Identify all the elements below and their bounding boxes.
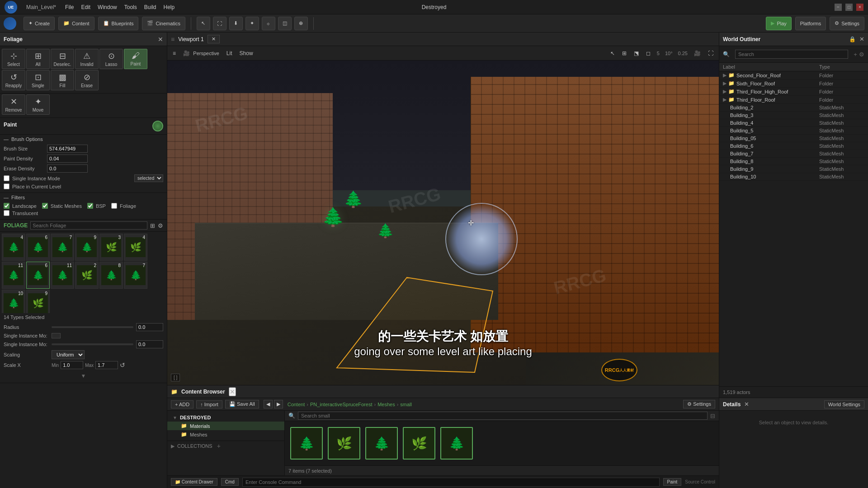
tool-move[interactable]: ✦ Move (26, 94, 50, 115)
wo-item-third-high[interactable]: ▶ 📁 Third_Floor_High_Roof Folder (719, 88, 868, 96)
transform-tool-2[interactable]: ⛶ (213, 17, 226, 30)
add-collection-button[interactable]: + (217, 442, 221, 450)
foliage-item-3[interactable]: 🌲 9 (75, 234, 99, 261)
cb-tree-meshes[interactable]: 📁 Meshes (167, 430, 284, 439)
lit-button[interactable]: Lit (224, 49, 235, 58)
cb-settings-button[interactable]: ⚙ Settings (683, 400, 715, 408)
blueprints-button[interactable]: 📋 Blueprints (98, 17, 139, 30)
vp-tool-2[interactable]: ⊞ (619, 49, 629, 58)
nav-back-button[interactable]: ◀ (264, 400, 273, 408)
scale-x-min-input[interactable] (61, 361, 83, 369)
vp-tool-3[interactable]: ⬔ (631, 49, 642, 58)
viewport-close-button[interactable]: ✕ (208, 35, 220, 43)
cb-tree-materials[interactable]: 📁 Materials (167, 422, 284, 430)
transform-tool-1[interactable]: ↖ (197, 17, 210, 30)
filter-foliage[interactable] (111, 203, 117, 209)
camera-settings-button[interactable]: 🎥 (691, 49, 703, 58)
world-settings-button[interactable]: World Settings (824, 400, 864, 408)
selected-dropdown[interactable]: selected (134, 174, 163, 182)
console-input[interactable] (242, 478, 660, 487)
transform-tool-4[interactable]: ✦ (245, 17, 259, 30)
foliage-item-7[interactable]: 🌲 6 (26, 262, 50, 289)
foliage-item-12[interactable]: 🌲 10 (2, 290, 25, 313)
maximize-viewport-button[interactable]: ⛶ (705, 49, 716, 58)
menu-build[interactable]: Build (144, 4, 156, 10)
tool-reapply[interactable]: ↺ Reapply (2, 70, 25, 90)
wo-item-building3[interactable]: Building_3 StaticMesh (719, 112, 868, 119)
tool-deselect[interactable]: ⊟ Deselec. (51, 49, 74, 69)
wo-add-button[interactable]: + (854, 51, 857, 58)
details-close-button[interactable]: ✕ (744, 401, 749, 408)
wo-lock-button[interactable]: 🔒 (849, 36, 856, 42)
foliage-item-13[interactable]: 🌿 9 (26, 290, 50, 313)
tool-paint[interactable]: 🖌 Paint (124, 49, 147, 69)
transform-tool-6[interactable]: ◫ (278, 17, 292, 30)
tool-erase[interactable]: ⊘ Erase (75, 70, 99, 90)
play-button[interactable]: ▶ Play (766, 17, 791, 30)
tool-all[interactable]: ⊞ All (26, 49, 50, 69)
foliage-grid-button[interactable]: ⊞ (150, 222, 155, 229)
wo-item-second-floor[interactable]: ▶ 📁 Second_Floor_Roof Folder (719, 71, 868, 80)
tool-remove[interactable]: ✕ Remove (2, 94, 25, 115)
foliage-scroll-area[interactable]: Paint — Brush Options Brush Size Paint D… (0, 118, 167, 488)
wo-item-building6[interactable]: Building_6 StaticMesh (719, 142, 868, 150)
file-item-0[interactable]: 🌲 (288, 427, 325, 460)
wo-item-building8[interactable]: Building_8 StaticMesh (719, 158, 868, 165)
wo-close-button[interactable]: ✕ (859, 36, 864, 42)
wo-item-third-roof[interactable]: ▶ 📁 Third_Floor_Roof Folder (719, 96, 868, 104)
platforms-button[interactable]: Platforms (795, 17, 826, 30)
transform-tool-5[interactable]: ⟐ (262, 17, 275, 30)
hamburger-menu-button[interactable]: ≡ (170, 49, 179, 58)
wo-item-building5[interactable]: Building_5 StaticMesh (719, 127, 868, 135)
filter-static-meshes[interactable] (42, 203, 48, 209)
cmd-button[interactable]: Cmd (221, 478, 239, 486)
scaling-select[interactable]: Uniform Free LockXY (52, 350, 85, 359)
cb-filter-button[interactable]: ⊟ (710, 413, 715, 419)
foliage-item-6[interactable]: 🌲 11 (2, 262, 25, 289)
cinematics-button[interactable]: 🎬 Cinematics (142, 17, 185, 30)
filter-landscape[interactable] (4, 203, 9, 209)
foliage-item-2[interactable]: 🌲 7 (51, 234, 74, 261)
minimize-button[interactable]: − (835, 4, 842, 11)
menu-tools[interactable]: Tools (124, 4, 137, 10)
close-button[interactable]: × (856, 4, 863, 11)
content-drawer-button[interactable]: 📁 Content Drawer (171, 478, 217, 486)
vp-tool-1[interactable]: ↖ (608, 49, 618, 58)
file-item-3[interactable]: 🌿 (401, 427, 437, 460)
maximize-button[interactable]: □ (845, 4, 853, 11)
add-button[interactable]: + ADD (171, 400, 193, 408)
viewport-canvas[interactable]: 🌲 🌲 🌲 ✛ 的一些关卡艺术 如放置 going over some leve… (167, 61, 719, 385)
wo-item-building7[interactable]: Building_7 StaticMesh (719, 150, 868, 158)
menu-file[interactable]: File (65, 4, 74, 10)
brush-size-input[interactable] (47, 145, 88, 153)
transform-tool-7[interactable]: ⊕ (294, 17, 308, 30)
foliage-item-0[interactable]: 🌲 4 (2, 234, 25, 261)
wo-settings-button[interactable]: ⚙ (859, 51, 864, 58)
expand-settings-button[interactable]: ▼ (4, 371, 163, 381)
wo-item-building10[interactable]: Building_10 StaticMesh (719, 173, 868, 181)
import-button[interactable]: ↑ Import (196, 400, 222, 408)
menu-help[interactable]: Help (163, 4, 175, 10)
cb-search-input[interactable] (298, 412, 708, 420)
paint-density-input[interactable] (47, 155, 88, 163)
menu-edit[interactable]: Edit (81, 4, 90, 10)
wo-search-input[interactable] (735, 50, 848, 59)
menu-window[interactable]: Window (98, 4, 117, 10)
foliage-item-5[interactable]: 🌿 4 (124, 234, 147, 261)
wo-item-building2[interactable]: Building_2 StaticMesh (719, 104, 868, 112)
foliage-close-button[interactable]: ✕ (158, 36, 163, 43)
foliage-item-10[interactable]: 🌲 8 (99, 262, 123, 289)
foliage-item-11[interactable]: 🌲 7 (124, 262, 147, 289)
wo-item-building9[interactable]: Building_9 StaticMesh (719, 165, 868, 173)
tool-select[interactable]: ⊹ Select (2, 49, 25, 69)
wo-item-sixth-floor[interactable]: ▶ 📁 Sixth_Floor_Roof Folder (719, 80, 868, 88)
filter-translucent[interactable] (4, 210, 9, 216)
nav-forward-button[interactable]: ▶ (274, 400, 283, 408)
tool-single[interactable]: ⊡ Single (26, 70, 50, 90)
wo-item-building05[interactable]: Building_05 StaticMesh (719, 135, 868, 142)
content-browser-close-button[interactable]: ✕ (229, 387, 236, 396)
single-instance-checkbox[interactable] (4, 175, 9, 181)
tool-fill[interactable]: ▩ Fill (51, 70, 74, 90)
file-item-4[interactable]: 🌲 (439, 427, 475, 460)
file-item-1[interactable]: 🌿 (326, 427, 362, 460)
